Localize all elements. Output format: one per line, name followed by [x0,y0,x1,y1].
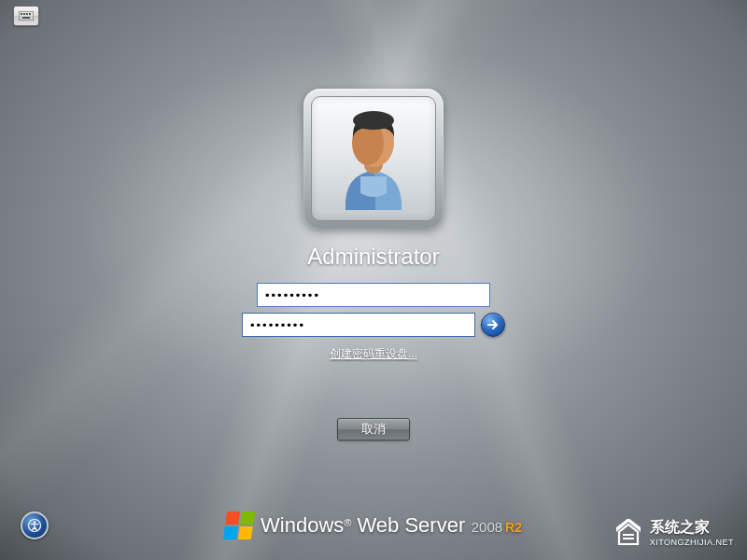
windows-flag-icon [223,511,255,539]
on-screen-keyboard-button[interactable] [13,6,39,26]
ease-of-access-button[interactable] [21,511,49,539]
cancel-button[interactable]: 取消 [337,418,410,441]
login-screen-background: Administrator 创建密码重设盘... 取消 Windows® W [0,0,747,560]
password-input-1[interactable] [257,283,490,307]
site-watermark: 系统之家 XITONGZHIJIA.NET [613,518,734,547]
login-panel: Administrator 创建密码重设盘... 取消 [242,89,505,441]
brand-suffix: R2 [505,520,522,535]
ease-of-access-icon [27,518,42,533]
create-password-reset-disk-link[interactable]: 创建密码重设盘... [330,346,417,362]
svg-rect-5 [22,17,30,19]
password-input-2[interactable] [242,313,475,337]
svg-point-11 [34,521,36,524]
brand-text: Windows® Web Server 2008R2 [261,513,522,538]
user-avatar-icon [327,107,420,210]
arrow-right-icon [486,318,500,331]
windows-brand: Windows® Web Server 2008R2 [225,511,522,539]
svg-rect-1 [21,13,22,15]
user-avatar [311,96,436,221]
username-label: Administrator [307,244,439,270]
watermark-name: 系统之家 [650,519,710,535]
svg-rect-0 [19,11,34,21]
watermark-url: XITONGZHIJIA.NET [650,538,734,547]
submit-login-button[interactable] [481,313,505,337]
password-row-1 [257,283,490,307]
svg-point-9 [353,111,394,130]
brand-prefix: Windows [261,513,344,537]
brand-mid: Web Server [351,513,465,537]
brand-year: 2008 [472,519,502,535]
password-row-2 [242,313,505,337]
user-avatar-frame [303,89,444,229]
keyboard-icon [19,11,34,21]
house-icon [613,519,644,547]
svg-rect-3 [26,13,28,15]
svg-rect-2 [23,13,25,15]
svg-rect-4 [29,13,31,15]
